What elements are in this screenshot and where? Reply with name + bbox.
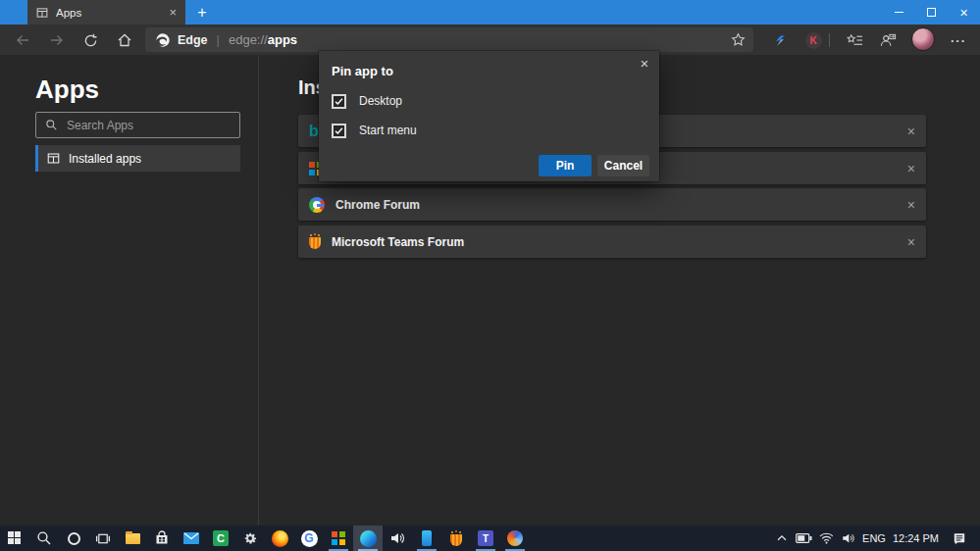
app-row-chrome-forum[interactable]: Chrome Forum × <box>298 188 926 221</box>
app-label: Chrome Forum <box>335 198 420 212</box>
teams-button[interactable]: T <box>471 526 500 551</box>
google-icon <box>309 197 325 213</box>
gear-icon <box>242 530 258 546</box>
taskbar-search-button[interactable] <box>29 526 59 551</box>
window-controls: × <box>883 0 980 25</box>
clock[interactable]: 12:24 PM <box>893 532 939 544</box>
remove-app-icon[interactable]: × <box>907 162 915 175</box>
extension-lightning-icon[interactable] <box>771 31 789 49</box>
wifi-icon[interactable] <box>819 532 834 544</box>
remove-app-icon[interactable]: × <box>907 198 915 212</box>
brazier-app-button[interactable] <box>441 526 471 551</box>
swirl-app-button[interactable] <box>500 526 530 551</box>
browser-tab-apps[interactable]: Apps × <box>27 0 185 25</box>
page-title: Apps <box>35 75 99 105</box>
option-desktop: Desktop <box>332 92 402 110</box>
your-phone-button[interactable] <box>412 526 441 551</box>
new-tab-button[interactable]: + <box>192 2 212 23</box>
google-button[interactable]: G <box>294 526 324 551</box>
speaker-icon <box>389 530 405 546</box>
minimize-button[interactable] <box>883 0 915 25</box>
google-g-icon: G <box>301 530 318 547</box>
microsoft-icon <box>332 531 345 545</box>
dialog-close-icon[interactable]: × <box>636 54 653 72</box>
file-explorer-button[interactable] <box>118 526 147 551</box>
mail-icon <box>183 532 199 544</box>
forward-button[interactable] <box>48 31 66 49</box>
installed-apps-grid-icon <box>47 152 60 165</box>
search-icon <box>36 530 52 546</box>
pin-app-dialog: Pin app to × Desktop Start menu Pin Canc… <box>319 51 659 181</box>
firefox-button[interactable] <box>265 526 294 551</box>
bing-icon: b <box>309 124 319 139</box>
search-apps-input[interactable] <box>67 119 231 132</box>
desktop-checkbox[interactable] <box>332 94 346 109</box>
pin-button[interactable]: Pin <box>539 155 592 176</box>
site-brand-label: Edge <box>178 33 208 47</box>
checkbox-label: Start menu <box>359 124 417 137</box>
favorite-star-icon[interactable] <box>731 32 746 47</box>
system-tray: ENG 12:24 PM <box>775 526 980 551</box>
phone-icon <box>422 530 432 546</box>
address-bar[interactable]: Edge | edge://apps <box>145 27 753 52</box>
sidebar-item-label: Installed apps <box>69 152 141 166</box>
remove-app-icon[interactable]: × <box>907 125 915 138</box>
edge-taskbar-button[interactable] <box>353 526 383 551</box>
microsoft-app-button[interactable] <box>324 526 353 551</box>
task-view-button[interactable] <box>88 526 118 551</box>
favorites-list-icon[interactable] <box>846 31 863 49</box>
profile-avatar[interactable] <box>911 27 935 51</box>
start-button[interactable] <box>0 526 29 551</box>
apps-grid-icon <box>36 7 48 19</box>
taskbar: C G T ENG 12:24 PM <box>0 526 980 551</box>
tab-title: Apps <box>56 7 161 19</box>
minimize-icon <box>895 12 903 13</box>
back-button[interactable] <box>14 31 31 49</box>
sidebar-item-installed-apps[interactable]: Installed apps <box>35 145 240 172</box>
volume-app-button[interactable] <box>383 526 412 551</box>
action-center-icon[interactable] <box>952 531 967 546</box>
close-icon: × <box>959 6 967 20</box>
remove-app-icon[interactable]: × <box>907 235 915 249</box>
option-start-menu: Start menu <box>332 122 417 139</box>
settings-button[interactable] <box>235 526 265 551</box>
mail-button[interactable] <box>177 526 206 551</box>
url-divider: | <box>217 32 220 47</box>
maximize-button[interactable] <box>915 0 948 25</box>
teams-icon: T <box>478 530 493 546</box>
firefox-icon <box>272 530 288 547</box>
title-bar: Apps × + × <box>0 0 980 25</box>
folder-icon <box>126 533 140 544</box>
windows-logo-icon <box>8 531 22 545</box>
edge-icon <box>360 530 377 547</box>
extension-k-icon[interactable]: K <box>804 31 822 49</box>
green-c-app-button[interactable]: C <box>206 526 235 551</box>
url-scheme: edge:// <box>229 32 268 47</box>
app-label: Microsoft Teams Forum <box>332 235 464 249</box>
cancel-button[interactable]: Cancel <box>597 155 649 176</box>
maximize-icon <box>927 8 936 17</box>
brazier-icon <box>309 237 321 249</box>
feedback-person-icon[interactable] <box>879 31 897 49</box>
swirl-app-icon <box>507 530 523 546</box>
start-menu-checkbox[interactable] <box>332 124 346 138</box>
tray-volume-icon[interactable] <box>841 531 855 545</box>
refresh-button[interactable] <box>81 31 99 49</box>
dialog-title: Pin app to <box>332 64 393 78</box>
language-indicator[interactable]: ENG <box>862 532 886 544</box>
home-button[interactable] <box>116 31 133 49</box>
microsoft-store-button[interactable] <box>147 526 177 551</box>
tab-close-icon[interactable]: × <box>169 6 177 19</box>
cortana-button[interactable] <box>59 526 88 551</box>
checkbox-label: Desktop <box>359 94 402 108</box>
battery-icon[interactable] <box>796 532 812 544</box>
search-apps-box[interactable] <box>35 112 240 138</box>
url-host: apps <box>268 32 297 47</box>
close-window-button[interactable]: × <box>948 0 980 25</box>
tray-chevron-up-icon[interactable] <box>775 531 789 545</box>
settings-menu-button[interactable]: ··· <box>947 31 970 49</box>
app-row-teams-forum[interactable]: Microsoft Teams Forum × <box>298 225 926 258</box>
sidebar: Apps Installed apps <box>0 55 259 526</box>
store-bag-icon <box>154 530 170 546</box>
cortana-icon <box>68 532 80 545</box>
